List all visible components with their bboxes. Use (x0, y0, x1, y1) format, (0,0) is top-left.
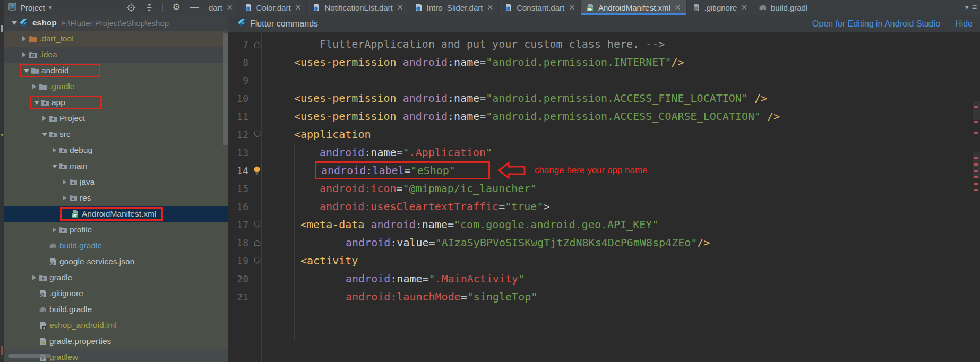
tree-item--dart-tool[interactable]: .dart_tool (4, 31, 228, 47)
code-line-21[interactable]: 21android:launchMode="singleTop" (228, 288, 980, 306)
tab--gitignore[interactable]: .gitignore✕ (687, 0, 753, 15)
line-number[interactable]: 13 (228, 147, 251, 158)
tree-item--idea[interactable]: .idea (4, 47, 228, 63)
line-number[interactable]: 10 (228, 93, 251, 104)
line-number[interactable]: 16 (228, 201, 251, 212)
code-line-18[interactable]: 18android:value="AIzaSyBPVoSISKwgTjtZdN8… (228, 234, 980, 252)
fold-marker-icon[interactable] (254, 239, 261, 246)
close-tab-icon[interactable]: ✕ (569, 3, 575, 12)
tree-item--gitignore[interactable]: .gitignore (4, 286, 228, 301)
fold-marker-icon[interactable] (254, 41, 261, 48)
line-number[interactable]: 21 (228, 291, 251, 303)
line-number[interactable]: 12 (228, 129, 251, 140)
expand-arrow-icon[interactable] (32, 275, 36, 280)
code-line-14[interactable]: 14android:label="eShop"change here your … (228, 161, 980, 179)
tab-androidmanifest-xml[interactable]: MFAndroidManifest.xml✕ (581, 0, 687, 15)
tree-item-src[interactable]: src (4, 126, 228, 142)
tab-notificationlist-dart[interactable]: NotificationLIst.dart✕ (307, 0, 409, 15)
tree-item-res[interactable]: res (4, 190, 228, 206)
line-number[interactable]: 20 (228, 273, 251, 285)
tree-item-build-gradle[interactable]: build.gradle (4, 238, 228, 254)
tab-intro-slider-dart[interactable]: Intro_Slider.dart✕ (409, 0, 500, 15)
line-number[interactable]: 7 (228, 39, 251, 50)
tab-list-dropdown-icon[interactable]: ▼ (964, 4, 970, 11)
tree-item-eshop-android-iml[interactable]: eshop_android.iml (4, 317, 228, 333)
code-line-19[interactable]: 19<activity (228, 252, 980, 270)
locate-file-icon[interactable] (126, 3, 136, 12)
line-number[interactable]: 8 (228, 57, 251, 68)
line-number[interactable]: 15 (228, 183, 251, 194)
code-line-9[interactable]: 9 (228, 71, 980, 89)
code-line-17[interactable]: 17<meta-data android:name="com.google.an… (228, 216, 980, 234)
error-stripe-mark[interactable] (974, 121, 978, 123)
open-in-android-studio-link[interactable]: Open for Editing in Android Studio (812, 19, 940, 29)
expand-arrow-icon[interactable] (12, 21, 17, 25)
expand-arrow-icon[interactable] (22, 36, 26, 41)
hide-panel-icon[interactable]: — (190, 3, 199, 12)
line-number[interactable]: 17 (228, 219, 251, 230)
close-tab-icon[interactable]: ✕ (397, 3, 403, 12)
error-stripe-mark[interactable] (974, 163, 978, 166)
code-line-8[interactable]: 8<uses-permission android:name="android.… (228, 53, 980, 71)
tree-item-main[interactable]: main (4, 158, 228, 174)
close-tab-icon[interactable]: ✕ (741, 3, 747, 12)
tab-dart[interactable]: dart✕ (203, 0, 239, 15)
tree-item-android[interactable]: android (4, 63, 228, 79)
code-line-7[interactable]: 7FlutterApplication and put your custom … (228, 35, 980, 53)
error-stripe-mark[interactable] (974, 189, 978, 191)
line-number[interactable]: 19 (228, 255, 251, 266)
tree-item-profile[interactable]: profile (4, 222, 228, 238)
tree-item-google-services-json[interactable]: google-services.json (4, 254, 228, 270)
expand-arrow-icon[interactable] (53, 227, 56, 232)
collapse-arrow-icon[interactable] (52, 165, 57, 168)
error-stripe-mark[interactable] (974, 157, 978, 159)
error-stripe-mark[interactable] (974, 132, 978, 134)
fold-marker-icon[interactable] (254, 131, 261, 138)
line-number[interactable]: 18 (228, 237, 251, 248)
expand-arrow-icon[interactable] (63, 179, 66, 185)
close-tab-icon[interactable]: ✕ (487, 3, 493, 12)
line-number[interactable]: 9 (228, 75, 251, 86)
error-stripe-mark[interactable] (974, 106, 978, 108)
expand-arrow-icon[interactable] (63, 195, 66, 201)
tool-window-stripe[interactable] (0, 0, 4, 362)
line-number[interactable]: 14 (228, 165, 251, 176)
error-stripe-bar[interactable] (973, 33, 980, 362)
expand-arrow-icon[interactable] (32, 84, 36, 89)
expand-arrow-icon[interactable] (22, 52, 26, 57)
close-tab-icon[interactable]: ✕ (675, 3, 681, 12)
tree-item-java[interactable]: java (4, 174, 228, 190)
error-stripe-mark[interactable] (974, 170, 978, 172)
tree-item-debug[interactable]: debug (4, 142, 228, 158)
error-stripe-mark[interactable] (974, 176, 978, 178)
code-line-16[interactable]: 16android:usesCleartextTraffic="true"> (228, 197, 980, 216)
code-editor[interactable]: 7FlutterApplication and put your custom … (228, 33, 980, 362)
fold-marker-icon[interactable] (254, 257, 261, 264)
tree-item-build-gradle[interactable]: build.gradle (4, 301, 228, 317)
tab-color-dart[interactable]: Color.dart✕ (239, 0, 307, 15)
tab-build-gradl[interactable]: build.gradl (753, 0, 813, 15)
code-line-20[interactable]: 20android:name=".MainActivity" (228, 270, 980, 288)
expand-arrow-icon[interactable] (53, 148, 56, 153)
gear-icon[interactable]: ⚙ (171, 3, 181, 12)
code-line-12[interactable]: 12<application (228, 125, 980, 143)
close-tab-icon[interactable]: ✕ (227, 3, 233, 12)
tree-horizontal-scrollbar[interactable] (8, 354, 51, 358)
expand-arrow-icon[interactable] (42, 116, 46, 121)
tree-item--gradle[interactable]: .gradle (4, 79, 228, 94)
tree-item-androidmanifest-xml[interactable]: MFAndroidManifest.xml (4, 206, 228, 222)
chevron-down-icon[interactable]: ▼ (48, 5, 53, 11)
line-number[interactable]: 11 (228, 111, 251, 122)
intention-bulb-icon[interactable] (252, 165, 262, 176)
code-line-13[interactable]: 13android:name=".Application" (228, 143, 980, 161)
fold-marker-icon[interactable] (254, 221, 261, 228)
tab-menu-icon[interactable]: ≡ (972, 3, 977, 12)
collapse-arrow-icon[interactable] (42, 133, 47, 136)
tree-item-app[interactable]: app (4, 94, 228, 110)
project-root-row[interactable]: eshop F:\Flutter Project\eShop\eshop (4, 15, 228, 31)
tree-item-gradle[interactable]: gradle (4, 270, 228, 286)
tree-item-gradle-properties[interactable]: gradle.properties (4, 333, 228, 349)
code-line-11[interactable]: 11<uses-permission android:name="android… (228, 107, 980, 125)
tree-scrollbar[interactable] (223, 33, 228, 145)
collapse-arrow-icon[interactable] (34, 101, 39, 105)
